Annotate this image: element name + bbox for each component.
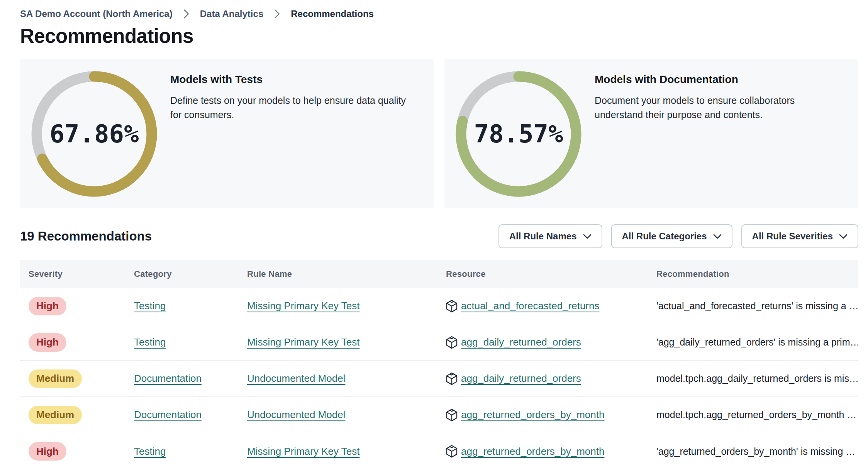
recommendations-count-heading: 19 Recommendations bbox=[20, 229, 152, 244]
rule-severities-filter-dropdown[interactable]: All Rule Severities bbox=[741, 224, 858, 248]
filter-label: All Rule Categories bbox=[622, 231, 707, 242]
table-row: High Testing Missing Primary Key Test ac… bbox=[20, 288, 858, 324]
rule-name-link[interactable]: Undocumented Model bbox=[247, 409, 345, 420]
breadcrumb: SA Demo Account (North America) Data Ana… bbox=[20, 0, 858, 19]
breadcrumb-account-link[interactable]: SA Demo Account (North America) bbox=[20, 8, 173, 19]
table-row: High Testing Missing Primary Key Test ag… bbox=[20, 433, 858, 469]
category-link[interactable]: Testing bbox=[134, 446, 166, 457]
model-cube-icon bbox=[446, 372, 458, 385]
recommendation-text: model.tpch.agg_daily_returned_orders is … bbox=[656, 373, 858, 384]
documentation-percent-value: 78.57% bbox=[456, 71, 581, 197]
models-with-documentation-card: 78.57% Models with Documentation Documen… bbox=[444, 59, 858, 208]
model-cube-icon bbox=[446, 300, 458, 313]
model-cube-icon bbox=[446, 336, 458, 349]
breadcrumb-project-link[interactable]: Data Analytics bbox=[200, 8, 264, 19]
column-header-recommendation: Recommendation bbox=[656, 269, 858, 279]
card-title: Models with Documentation bbox=[595, 73, 843, 86]
chevron-down-icon bbox=[839, 231, 848, 242]
column-header-category: Category bbox=[134, 269, 247, 279]
severity-badge: Medium bbox=[29, 406, 82, 424]
models-with-tests-card: 67.86% Models with Tests Define tests on… bbox=[20, 59, 434, 208]
metric-cards: 67.86% Models with Tests Define tests on… bbox=[20, 59, 858, 208]
chevron-right-icon bbox=[183, 9, 189, 19]
filter-bar: All Rule Names All Rule Categories All R… bbox=[498, 224, 858, 248]
recommendation-text: 'agg_daily_returned_orders' is missing a… bbox=[656, 337, 858, 348]
table-row: High Testing Missing Primary Key Test ag… bbox=[20, 324, 858, 361]
chevron-down-icon bbox=[583, 231, 592, 242]
filter-label: All Rule Severities bbox=[752, 231, 833, 242]
recommendation-text: model.tpch.agg_returned_orders_by_month … bbox=[656, 409, 858, 420]
documentation-donut-chart: 78.57% bbox=[456, 71, 581, 197]
chevron-right-icon bbox=[274, 9, 280, 19]
filter-label: All Rule Names bbox=[509, 231, 577, 242]
model-cube-icon bbox=[446, 408, 458, 422]
severity-badge: High bbox=[29, 442, 66, 461]
chevron-down-icon bbox=[713, 231, 722, 242]
page-title: Recommendations bbox=[20, 25, 858, 47]
rule-categories-filter-dropdown[interactable]: All Rule Categories bbox=[611, 224, 732, 248]
breadcrumb-current: Recommendations bbox=[291, 8, 374, 19]
resource-link[interactable]: agg_returned_orders_by_month bbox=[461, 446, 604, 457]
rule-name-link[interactable]: Undocumented Model bbox=[247, 373, 345, 384]
recommendations-table: Severity Category Rule Name Resource Rec… bbox=[20, 260, 858, 469]
category-link[interactable]: Testing bbox=[134, 336, 166, 348]
tests-percent-value: 67.86% bbox=[31, 71, 157, 197]
table-row: Medium Documentation Undocumented Model … bbox=[20, 361, 858, 397]
model-cube-icon bbox=[446, 445, 458, 458]
resource-link[interactable]: agg_returned_orders_by_month bbox=[461, 409, 604, 421]
card-title: Models with Tests bbox=[170, 73, 419, 86]
category-link[interactable]: Testing bbox=[134, 300, 166, 312]
severity-badge: High bbox=[29, 333, 66, 352]
table-row: Medium Documentation Undocumented Model … bbox=[20, 397, 858, 433]
recommendation-text: 'agg_returned_orders_by_month' is missin… bbox=[656, 446, 858, 457]
resource-link[interactable]: agg_daily_returned_orders bbox=[461, 336, 581, 348]
rule-name-link[interactable]: Missing Primary Key Test bbox=[247, 300, 359, 312]
column-header-rule-name: Rule Name bbox=[247, 269, 446, 279]
tests-donut-chart: 67.86% bbox=[31, 71, 157, 197]
resource-link[interactable]: actual_and_forecasted_returns bbox=[461, 300, 599, 312]
resource-link[interactable]: agg_daily_returned_orders bbox=[461, 373, 581, 385]
card-description: Document your models to ensure collabora… bbox=[595, 93, 843, 122]
severity-badge: Medium bbox=[29, 369, 82, 388]
recommendations-page: SA Demo Account (North America) Data Ana… bbox=[0, 0, 868, 471]
column-header-resource: Resource bbox=[446, 269, 656, 279]
category-link[interactable]: Documentation bbox=[134, 373, 202, 384]
recommendation-text: 'actual_and_forecasted_returns' is missi… bbox=[656, 300, 858, 312]
severity-badge: High bbox=[29, 297, 66, 315]
rule-names-filter-dropdown[interactable]: All Rule Names bbox=[498, 224, 602, 248]
card-description: Define tests on your models to help ensu… bbox=[170, 93, 419, 122]
rule-name-link[interactable]: Missing Primary Key Test bbox=[247, 446, 359, 457]
table-header-row: Severity Category Rule Name Resource Rec… bbox=[20, 260, 858, 288]
category-link[interactable]: Documentation bbox=[134, 409, 202, 420]
column-header-severity: Severity bbox=[29, 269, 134, 279]
rule-name-link[interactable]: Missing Primary Key Test bbox=[247, 336, 359, 348]
